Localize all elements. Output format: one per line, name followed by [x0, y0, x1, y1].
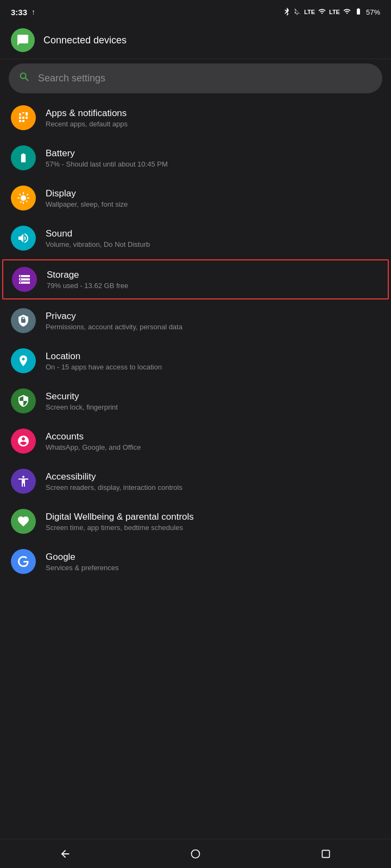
display-icon — [11, 186, 36, 210]
apps-notifications-icon — [11, 105, 36, 130]
settings-item-accounts[interactable]: Accounts WhatsApp, Google, and Office — [0, 421, 391, 461]
nav-back-button[interactable] — [49, 843, 81, 865]
apps-notifications-subtitle: Recent apps, default apps — [46, 120, 380, 128]
display-title: Display — [46, 188, 380, 199]
digital-wellbeing-title: Digital Wellbeing & parental controls — [46, 512, 380, 522]
connected-devices-icon — [11, 28, 35, 52]
accounts-subtitle: WhatsApp, Google, and Office — [46, 443, 380, 451]
privacy-text: Privacy Permissions, account activity, p… — [46, 311, 380, 331]
google-text: Google Services & preferences — [46, 552, 380, 572]
display-text: Display Wallpaper, sleep, font size — [46, 188, 380, 208]
settings-item-storage[interactable]: Storage 79% used - 13.62 GB free — [2, 259, 389, 299]
lte2-icon: LTE — [329, 9, 340, 15]
storage-icon — [12, 267, 37, 292]
bluetooth-icon — [283, 7, 290, 17]
security-text: Security Screen lock, fingerprint — [46, 391, 380, 411]
storage-text: Storage 79% used - 13.62 GB free — [47, 270, 379, 290]
google-icon — [11, 549, 36, 574]
accounts-icon — [11, 429, 36, 454]
settings-list: Apps & notifications Recent apps, defaul… — [0, 98, 391, 582]
location-title: Location — [46, 351, 380, 362]
security-title: Security — [46, 391, 380, 402]
privacy-title: Privacy — [46, 311, 380, 322]
storage-subtitle: 79% used - 13.62 GB free — [47, 282, 379, 290]
sound-title: Sound — [46, 228, 380, 239]
settings-item-security[interactable]: Security Screen lock, fingerprint — [0, 381, 391, 421]
display-subtitle: Wallpaper, sleep, font size — [46, 200, 380, 208]
nav-recents-button[interactable] — [310, 843, 342, 865]
settings-item-privacy[interactable]: Privacy Permissions, account activity, p… — [0, 301, 391, 341]
settings-item-location[interactable]: Location On - 15 apps have access to loc… — [0, 341, 391, 381]
apps-notifications-title: Apps & notifications — [46, 108, 380, 119]
settings-item-sound[interactable]: Sound Volume, vibration, Do Not Disturb — [0, 218, 391, 258]
settings-item-accessibility[interactable]: Accessibility Screen readers, display, i… — [0, 461, 391, 501]
location-subtitle: On - 15 apps have access to location — [46, 363, 380, 371]
status-right: LTE LTE 57% — [283, 7, 380, 17]
svg-rect-1 — [322, 850, 329, 857]
digital-wellbeing-subtitle: Screen time, app timers, bedtime schedul… — [46, 524, 380, 532]
status-bar: 3:33 ↑ LTE LTE 57% — [0, 0, 391, 22]
settings-item-battery[interactable]: Battery 57% - Should last until about 10… — [0, 138, 391, 178]
battery-subtitle: 57% - Should last until about 10:45 PM — [46, 160, 380, 168]
signal2-icon — [343, 8, 351, 17]
sound-subtitle: Volume, vibration, Do Not Disturb — [46, 240, 380, 248]
sound-icon — [11, 226, 36, 251]
search-bar[interactable]: Search settings — [9, 63, 382, 93]
accessibility-icon — [11, 469, 36, 494]
status-time: 3:33 — [11, 8, 27, 17]
accessibility-title: Accessibility — [46, 471, 380, 482]
battery-title: Battery — [46, 148, 380, 159]
connected-devices-label: Connected devices — [43, 35, 127, 46]
privacy-subtitle: Permissions, account activity, personal … — [46, 323, 380, 331]
svg-point-0 — [192, 850, 200, 858]
connected-devices-header[interactable]: Connected devices — [0, 22, 391, 59]
digital-wellbeing-icon — [11, 509, 36, 534]
security-icon — [11, 388, 36, 413]
digital-wellbeing-text: Digital Wellbeing & parental controls Sc… — [46, 512, 380, 532]
battery-settings-icon — [11, 145, 36, 170]
upload-icon: ↑ — [31, 8, 35, 16]
privacy-icon — [11, 308, 36, 333]
lte-icon: LTE — [304, 9, 315, 15]
accessibility-text: Accessibility Screen readers, display, i… — [46, 471, 380, 492]
settings-item-digital-wellbeing[interactable]: Digital Wellbeing & parental controls Sc… — [0, 501, 391, 541]
accounts-text: Accounts WhatsApp, Google, and Office — [46, 431, 380, 451]
sound-text: Sound Volume, vibration, Do Not Disturb — [46, 228, 380, 248]
google-subtitle: Services & preferences — [46, 564, 380, 572]
accessibility-subtitle: Screen readers, display, interaction con… — [46, 483, 380, 492]
apps-notifications-text: Apps & notifications Recent apps, defaul… — [46, 108, 380, 128]
battery-text: Battery 57% - Should last until about 10… — [46, 148, 380, 168]
settings-item-google[interactable]: Google Services & preferences — [0, 541, 391, 582]
google-title: Google — [46, 552, 380, 563]
signal-icon — [318, 8, 326, 17]
search-icon — [18, 71, 30, 86]
status-left: 3:33 ↑ — [11, 8, 35, 17]
location-text: Location On - 15 apps have access to loc… — [46, 351, 380, 371]
nav-home-button[interactable] — [179, 843, 212, 865]
search-placeholder: Search settings — [38, 73, 105, 84]
settings-item-display[interactable]: Display Wallpaper, sleep, font size — [0, 178, 391, 218]
location-icon — [11, 348, 36, 373]
battery-percent: 57% — [366, 8, 380, 16]
notification-muted-icon — [293, 8, 301, 17]
settings-item-apps-notifications[interactable]: Apps & notifications Recent apps, defaul… — [0, 98, 391, 138]
nav-bar — [0, 839, 391, 868]
storage-title: Storage — [47, 270, 379, 280]
accounts-title: Accounts — [46, 431, 380, 442]
battery-icon — [354, 8, 363, 17]
security-subtitle: Screen lock, fingerprint — [46, 403, 380, 411]
